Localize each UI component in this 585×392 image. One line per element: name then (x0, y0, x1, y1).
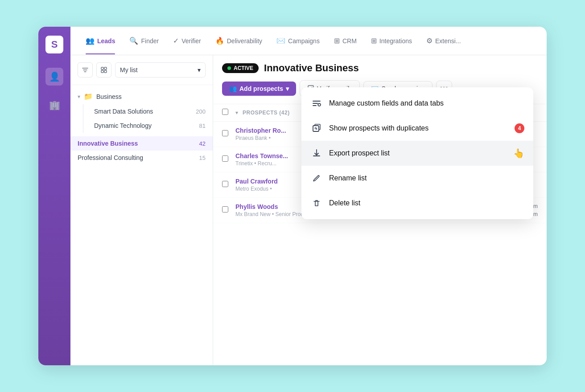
list-item-professional-consulting[interactable]: Professional Consulting 15 (70, 151, 213, 165)
crm-icon: ⊞ (334, 37, 340, 45)
add-prospects-icon: 👥 (229, 85, 237, 92)
top-navigation: 👥 Leads 🔍 Finder ✓ Verifier 🔥 Deliverabi… (70, 27, 547, 55)
menu-item-manage-fields[interactable]: Manage custom fields and data tabs (301, 91, 533, 116)
more-options-dropdown: Manage custom fields and data tabs Show … (301, 87, 533, 219)
extensions-icon: ⚙ (426, 37, 433, 45)
sidebar-icon-people[interactable]: 👤 (45, 68, 63, 86)
dropdown-chevron-icon: ▾ (286, 85, 289, 92)
menu-item-show-duplicates[interactable]: Show prospects with duplicates 4 (301, 116, 533, 141)
list-dropdown[interactable]: My list ▾ (115, 62, 206, 78)
integrations-icon: ⊞ (371, 37, 377, 45)
campaigns-icon: ✉️ (276, 37, 285, 45)
list-item-smart-data[interactable]: Smart Data Solutions 200 (83, 104, 213, 118)
nav-item-leads[interactable]: 👥 Leads (79, 33, 121, 49)
nav-item-integrations[interactable]: ⊞ Integrations (365, 33, 418, 49)
svg-rect-2 (101, 70, 103, 73)
export-icon (310, 147, 323, 159)
folder-icon: 📁 (84, 92, 93, 101)
svg-rect-3 (104, 70, 107, 73)
svg-rect-6 (313, 126, 319, 131)
active-dot (227, 66, 231, 70)
header-checkbox[interactable] (222, 109, 228, 115)
nav-item-crm[interactable]: ⊞ CRM (328, 33, 363, 49)
campaign-title: Innovative Business (264, 62, 359, 74)
row-checkbox-4[interactable] (222, 206, 231, 214)
menu-item-export[interactable]: Export prospect list 👆 (301, 141, 533, 166)
sidebar: S 👤 🏢 (38, 27, 70, 365)
select-all-checkbox[interactable] (222, 109, 231, 117)
left-panel: My list ▾ ▾ 📁 Business Smart Data Soluti… (70, 55, 213, 365)
app-logo: S (45, 36, 63, 53)
svg-rect-1 (104, 67, 107, 69)
add-prospects-button[interactable]: 👥 Add prospects ▾ (222, 82, 296, 96)
duplicates-icon (310, 122, 323, 135)
folder-section: ▾ 📁 Business Smart Data Solutions 200 Dy… (70, 85, 213, 136)
body-area: My list ▾ ▾ 📁 Business Smart Data Soluti… (70, 55, 547, 365)
status-badge: ACTIVE (222, 63, 259, 73)
list-item-innovative-business[interactable]: Innovative Business 42 (70, 136, 213, 151)
row-1-checkbox[interactable] (222, 130, 228, 136)
nav-item-campaigns[interactable]: ✉️ Campaigns (270, 33, 326, 49)
verifier-icon: ✓ (173, 37, 179, 45)
svg-rect-0 (101, 67, 103, 69)
folder-children: Smart Data Solutions 200 Dynamic Technol… (83, 104, 213, 133)
filter-button[interactable] (78, 62, 93, 78)
duplicates-badge: 4 (515, 123, 524, 133)
nav-item-finder[interactable]: 🔍 Finder (123, 33, 165, 49)
list-toolbar: My list ▾ (70, 55, 213, 85)
header-title-row: ACTIVE Innovative Business (222, 62, 538, 74)
row-3-checkbox[interactable] (222, 181, 228, 187)
right-panel: ACTIVE Innovative Business 👥 Add prospec… (213, 55, 547, 365)
chevron-down-icon: ▾ (198, 66, 201, 74)
menu-item-delete[interactable]: Delete list (301, 191, 533, 216)
leads-icon: 👥 (86, 37, 95, 45)
nav-item-extensions[interactable]: ⚙ Extensi... (420, 33, 467, 49)
prospects-label: PROSPECTS (42) (243, 110, 290, 116)
row-4-checkbox[interactable] (222, 206, 228, 212)
chevron-expand-icon: ▾ (235, 110, 238, 116)
cursor-icon: 👆 (513, 148, 524, 159)
nav-item-deliverability[interactable]: 🔥 Deliverability (209, 33, 268, 49)
sidebar-icon-building[interactable]: 🏢 (45, 96, 63, 114)
row-checkbox-2[interactable] (222, 155, 231, 163)
deliverability-icon: 🔥 (215, 37, 224, 45)
manage-fields-icon (310, 97, 323, 110)
row-2-checkbox[interactable] (222, 155, 228, 162)
rename-icon (310, 172, 323, 184)
folder-business[interactable]: ▾ 📁 Business (70, 89, 213, 104)
main-content: 👥 Leads 🔍 Finder ✓ Verifier 🔥 Deliverabi… (70, 27, 547, 365)
trash-icon (310, 197, 323, 209)
menu-item-rename[interactable]: Rename list (301, 166, 533, 191)
list-item-dynamic-technology[interactable]: Dynamic Technology 81 (83, 118, 213, 133)
import-button[interactable] (96, 62, 111, 78)
nav-item-verifier[interactable]: ✓ Verifier (167, 33, 207, 49)
row-checkbox-3[interactable] (222, 181, 231, 189)
finder-icon: 🔍 (129, 37, 138, 45)
chevron-right-icon: ▾ (78, 94, 80, 100)
row-checkbox-1[interactable] (222, 130, 231, 138)
